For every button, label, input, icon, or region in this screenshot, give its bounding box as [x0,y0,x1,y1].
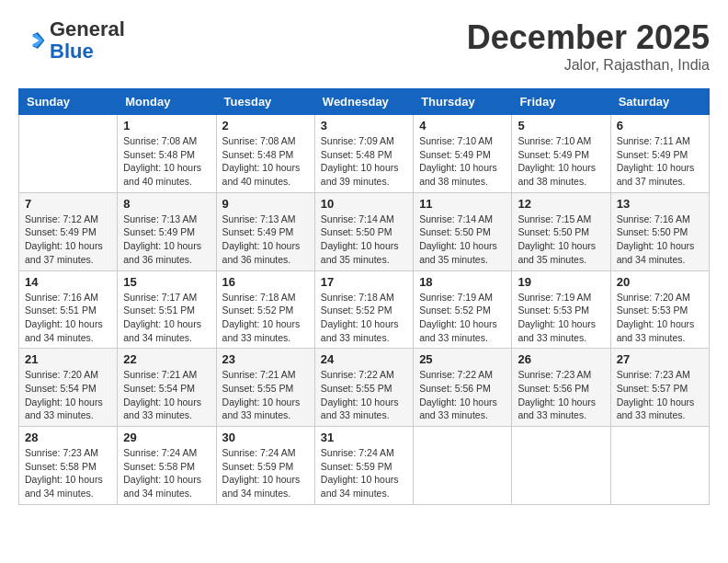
calendar-cell: 21Sunrise: 7:20 AMSunset: 5:54 PMDayligh… [19,349,118,427]
calendar-week-row: 21Sunrise: 7:20 AMSunset: 5:54 PMDayligh… [19,349,710,427]
calendar-cell: 3Sunrise: 7:09 AMSunset: 5:48 PMDaylight… [314,115,413,193]
day-info: Sunrise: 7:17 AMSunset: 5:51 PMDaylight:… [123,291,210,345]
day-number: 26 [518,352,604,366]
calendar-cell: 6Sunrise: 7:11 AMSunset: 5:49 PMDaylight… [610,115,709,193]
day-number: 15 [123,275,210,289]
calendar-cell: 7Sunrise: 7:12 AMSunset: 5:49 PMDaylight… [19,192,118,270]
calendar-cell [610,427,709,505]
location: Jalor, Rajasthan, India [467,57,710,74]
calendar-cell [19,115,118,193]
day-info: Sunrise: 7:08 AMSunset: 5:48 PMDaylight:… [123,134,210,189]
day-info: Sunrise: 7:21 AMSunset: 5:54 PMDaylight:… [123,368,210,422]
calendar-cell: 28Sunrise: 7:23 AMSunset: 5:58 PMDayligh… [19,427,118,505]
day-number: 28 [25,431,111,444]
weekday-header: Monday [118,89,216,115]
day-number: 14 [25,275,111,289]
calendar-cell: 16Sunrise: 7:18 AMSunset: 5:52 PMDayligh… [216,270,314,349]
day-info: Sunrise: 7:23 AMSunset: 5:58 PMDaylight:… [25,446,111,500]
calendar-cell: 27Sunrise: 7:23 AMSunset: 5:57 PMDayligh… [610,349,709,427]
day-info: Sunrise: 7:18 AMSunset: 5:52 PMDaylight:… [222,291,309,345]
day-info: Sunrise: 7:22 AMSunset: 5:55 PMDaylight:… [321,368,407,422]
day-info: Sunrise: 7:24 AMSunset: 5:59 PMDaylight:… [321,446,407,500]
calendar-cell: 4Sunrise: 7:10 AMSunset: 5:49 PMDaylight… [414,115,512,193]
day-number: 7 [25,197,111,211]
day-info: Sunrise: 7:20 AMSunset: 5:54 PMDaylight:… [25,368,111,422]
day-number: 2 [222,119,309,132]
day-info: Sunrise: 7:23 AMSunset: 5:57 PMDaylight:… [617,368,703,422]
logo-text: General Blue [50,18,125,63]
calendar-cell: 29Sunrise: 7:24 AMSunset: 5:58 PMDayligh… [118,427,216,505]
day-info: Sunrise: 7:14 AMSunset: 5:50 PMDaylight:… [321,213,407,267]
day-info: Sunrise: 7:23 AMSunset: 5:56 PMDaylight:… [518,368,604,422]
weekday-header: Saturday [610,89,709,115]
day-number: 12 [518,197,604,211]
calendar-cell: 2Sunrise: 7:08 AMSunset: 5:48 PMDaylight… [216,115,314,193]
day-number: 10 [321,197,407,211]
day-info: Sunrise: 7:10 AMSunset: 5:49 PMDaylight:… [518,134,604,189]
day-info: Sunrise: 7:15 AMSunset: 5:50 PMDaylight:… [518,213,604,267]
day-number: 8 [123,197,210,211]
calendar-cell: 11Sunrise: 7:14 AMSunset: 5:50 PMDayligh… [414,192,512,270]
day-number: 11 [419,197,506,211]
weekday-header-row: SundayMondayTuesdayWednesdayThursdayFrid… [19,89,710,115]
day-info: Sunrise: 7:22 AMSunset: 5:56 PMDaylight:… [419,368,506,422]
day-info: Sunrise: 7:19 AMSunset: 5:52 PMDaylight:… [419,291,506,345]
day-info: Sunrise: 7:11 AMSunset: 5:49 PMDaylight:… [617,134,703,189]
weekday-header: Sunday [19,89,118,115]
day-number: 21 [25,352,111,366]
calendar-cell: 25Sunrise: 7:22 AMSunset: 5:56 PMDayligh… [414,349,512,427]
logo: General Blue [18,18,125,63]
day-number: 1 [123,119,210,132]
calendar-week-row: 14Sunrise: 7:16 AMSunset: 5:51 PMDayligh… [19,270,710,349]
day-number: 19 [518,275,604,289]
calendar-cell: 22Sunrise: 7:21 AMSunset: 5:54 PMDayligh… [118,349,216,427]
day-info: Sunrise: 7:09 AMSunset: 5:48 PMDaylight:… [321,134,407,189]
day-info: Sunrise: 7:21 AMSunset: 5:55 PMDaylight:… [222,368,309,422]
day-number: 30 [222,431,309,444]
logo-icon [18,27,46,54]
calendar-cell: 14Sunrise: 7:16 AMSunset: 5:51 PMDayligh… [19,270,118,349]
day-info: Sunrise: 7:10 AMSunset: 5:49 PMDaylight:… [419,134,506,189]
calendar-week-row: 28Sunrise: 7:23 AMSunset: 5:58 PMDayligh… [19,427,710,505]
calendar-week-row: 1Sunrise: 7:08 AMSunset: 5:48 PMDaylight… [19,115,710,193]
title-block: December 2025 Jalor, Rajasthan, India [467,18,710,74]
calendar-table: SundayMondayTuesdayWednesdayThursdayFrid… [18,88,710,505]
calendar-cell: 5Sunrise: 7:10 AMSunset: 5:49 PMDaylight… [512,115,610,193]
day-number: 13 [617,197,703,211]
day-info: Sunrise: 7:12 AMSunset: 5:49 PMDaylight:… [25,213,111,267]
calendar-cell: 19Sunrise: 7:19 AMSunset: 5:53 PMDayligh… [512,270,610,349]
calendar-cell: 13Sunrise: 7:16 AMSunset: 5:50 PMDayligh… [610,192,709,270]
calendar-cell: 10Sunrise: 7:14 AMSunset: 5:50 PMDayligh… [314,192,413,270]
calendar-cell: 26Sunrise: 7:23 AMSunset: 5:56 PMDayligh… [512,349,610,427]
page-header: General Blue December 2025 Jalor, Rajast… [18,18,710,74]
day-number: 25 [419,352,506,366]
calendar-cell: 17Sunrise: 7:18 AMSunset: 5:52 PMDayligh… [314,270,413,349]
day-number: 20 [617,275,703,289]
day-info: Sunrise: 7:13 AMSunset: 5:49 PMDaylight:… [222,213,309,267]
calendar-cell: 8Sunrise: 7:13 AMSunset: 5:49 PMDaylight… [118,192,216,270]
calendar-cell: 23Sunrise: 7:21 AMSunset: 5:55 PMDayligh… [216,349,314,427]
weekday-header: Thursday [414,89,512,115]
day-number: 18 [419,275,506,289]
day-number: 31 [321,431,407,444]
day-info: Sunrise: 7:16 AMSunset: 5:50 PMDaylight:… [617,213,703,267]
calendar-week-row: 7Sunrise: 7:12 AMSunset: 5:49 PMDaylight… [19,192,710,270]
month-title: December 2025 [467,18,710,57]
calendar-cell: 31Sunrise: 7:24 AMSunset: 5:59 PMDayligh… [314,427,413,505]
day-number: 29 [123,431,210,444]
weekday-header: Friday [512,89,610,115]
calendar-cell: 20Sunrise: 7:20 AMSunset: 5:53 PMDayligh… [610,270,709,349]
weekday-header: Wednesday [314,89,413,115]
day-number: 23 [222,352,309,366]
calendar-cell: 24Sunrise: 7:22 AMSunset: 5:55 PMDayligh… [314,349,413,427]
day-number: 3 [321,119,407,132]
day-number: 4 [419,119,506,132]
calendar-cell: 15Sunrise: 7:17 AMSunset: 5:51 PMDayligh… [118,270,216,349]
day-info: Sunrise: 7:14 AMSunset: 5:50 PMDaylight:… [419,213,506,267]
day-info: Sunrise: 7:20 AMSunset: 5:53 PMDaylight:… [617,291,703,345]
calendar-cell [414,427,512,505]
calendar-cell: 30Sunrise: 7:24 AMSunset: 5:59 PMDayligh… [216,427,314,505]
calendar-cell: 9Sunrise: 7:13 AMSunset: 5:49 PMDaylight… [216,192,314,270]
day-info: Sunrise: 7:18 AMSunset: 5:52 PMDaylight:… [321,291,407,345]
day-info: Sunrise: 7:24 AMSunset: 5:58 PMDaylight:… [123,446,210,500]
